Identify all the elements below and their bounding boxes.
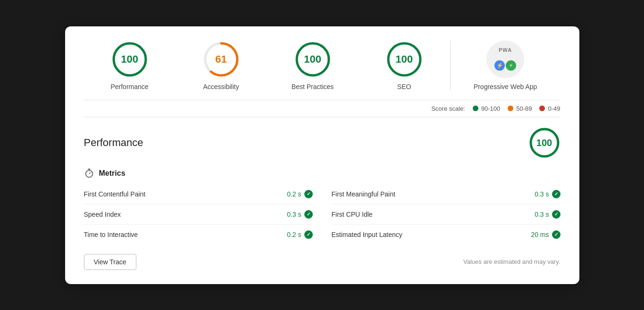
accessibility-label: Accessibility bbox=[203, 83, 239, 90]
metric-fmp-name: First Meaningful Paint bbox=[332, 190, 395, 198]
scale-green-dot bbox=[473, 106, 478, 111]
footer-note: Values are estimated and may vary. bbox=[463, 258, 560, 265]
pwa-icon-lightning: ⚡ bbox=[494, 60, 505, 71]
metric-fci-value: 0.3 s bbox=[535, 210, 560, 219]
svg-point-10 bbox=[85, 170, 92, 177]
accessibility-score: 61 bbox=[215, 53, 226, 65]
metric-fmp-check bbox=[552, 190, 560, 198]
pwa-icons: ⚡ + bbox=[494, 60, 516, 71]
view-trace-button[interactable]: View Trace bbox=[84, 254, 136, 270]
metrics-grid: First Contentful Paint 0.2 s Speed Index… bbox=[84, 184, 560, 245]
accessibility-circle: 61 bbox=[202, 41, 240, 78]
metric-eil: Estimated Input Latency 20 ms bbox=[332, 225, 560, 245]
seo-label: SEO bbox=[397, 83, 411, 90]
scale-red-dot bbox=[539, 106, 545, 111]
pwa-icon-check: + bbox=[506, 60, 516, 71]
pwa-text: PWA bbox=[499, 47, 512, 53]
performance-circle: 100 bbox=[111, 41, 149, 78]
scale-green-range: 90-100 bbox=[481, 105, 500, 112]
performance-score: 100 bbox=[121, 53, 138, 65]
metric-eil-name: Estimated Input Latency bbox=[332, 231, 402, 238]
metric-si-value: 0.3 s bbox=[287, 210, 312, 219]
metrics-col-right: First Meaningful Paint 0.3 s First CPU I… bbox=[332, 184, 560, 245]
metrics-title: Metrics bbox=[99, 169, 125, 178]
metric-fci-check bbox=[552, 210, 560, 219]
metric-fmp-value: 0.3 s bbox=[535, 190, 560, 198]
pwa-badge: PWA ⚡ + bbox=[486, 41, 524, 78]
metrics-col-left: First Contentful Paint 0.2 s Speed Index… bbox=[84, 184, 313, 245]
score-performance: 100 Performance bbox=[84, 41, 176, 90]
metric-fmp: First Meaningful Paint 0.3 s bbox=[332, 184, 560, 204]
best-practices-score: 100 bbox=[304, 53, 321, 65]
metric-fcp-name: First Contentful Paint bbox=[84, 190, 146, 198]
metric-eil-check bbox=[552, 230, 560, 239]
perf-title: Performance bbox=[84, 137, 143, 149]
scale-label: Score scale: bbox=[431, 105, 465, 112]
score-seo: 100 SEO bbox=[359, 41, 450, 90]
scale-row: Score scale: 90-100 50-89 0-49 bbox=[84, 100, 560, 117]
metric-eil-value: 20 ms bbox=[531, 230, 560, 239]
perf-header: Performance 100 bbox=[84, 127, 560, 159]
metric-si-name: Speed Index bbox=[84, 211, 121, 218]
best-practices-label: Best Practices bbox=[292, 83, 334, 90]
score-accessibility: 61 Accessibility bbox=[176, 41, 267, 90]
perf-score-circle: 100 bbox=[528, 127, 560, 159]
stopwatch-icon bbox=[84, 168, 94, 179]
metric-tti: Time to Interactive 0.2 s bbox=[84, 225, 313, 245]
performance-label: Performance bbox=[110, 83, 148, 90]
scale-orange-dot bbox=[508, 106, 513, 111]
best-practices-circle: 100 bbox=[294, 41, 332, 78]
metric-fcp: First Contentful Paint 0.2 s bbox=[84, 184, 313, 204]
metric-tti-value: 0.2 s bbox=[287, 230, 312, 239]
metric-si: Speed Index 0.3 s bbox=[84, 204, 313, 225]
score-best-practices: 100 Best Practices bbox=[267, 41, 359, 90]
metric-si-check bbox=[304, 210, 313, 219]
footer-row: View Trace Values are estimated and may … bbox=[84, 254, 560, 270]
metric-tti-name: Time to Interactive bbox=[84, 231, 138, 238]
perf-score-label: 100 bbox=[536, 137, 552, 148]
metric-fci: First CPU Idle 0.3 s bbox=[332, 204, 560, 225]
scale-red-range: 0-49 bbox=[548, 105, 560, 112]
metrics-header: Metrics bbox=[84, 168, 560, 179]
svg-line-13 bbox=[89, 172, 91, 174]
scale-green: 90-100 bbox=[473, 105, 500, 112]
score-pwa: PWA ⚡ + Progressive Web App bbox=[450, 41, 560, 90]
seo-circle: 100 bbox=[385, 41, 423, 78]
seo-score: 100 bbox=[395, 53, 413, 65]
scale-orange-range: 50-89 bbox=[516, 105, 532, 112]
pwa-label: Progressive Web App bbox=[474, 83, 537, 90]
scale-red: 0-49 bbox=[539, 105, 560, 112]
metric-fcp-value: 0.2 s bbox=[287, 190, 312, 198]
metric-tti-check bbox=[304, 230, 313, 239]
main-card: 100 Performance 61 Accessibility 1 bbox=[65, 26, 579, 284]
metric-fcp-check bbox=[304, 190, 313, 198]
metric-fci-name: First CPU Idle bbox=[332, 211, 373, 218]
scale-orange: 50-89 bbox=[508, 105, 532, 112]
scores-row: 100 Performance 61 Accessibility 1 bbox=[84, 41, 560, 100]
